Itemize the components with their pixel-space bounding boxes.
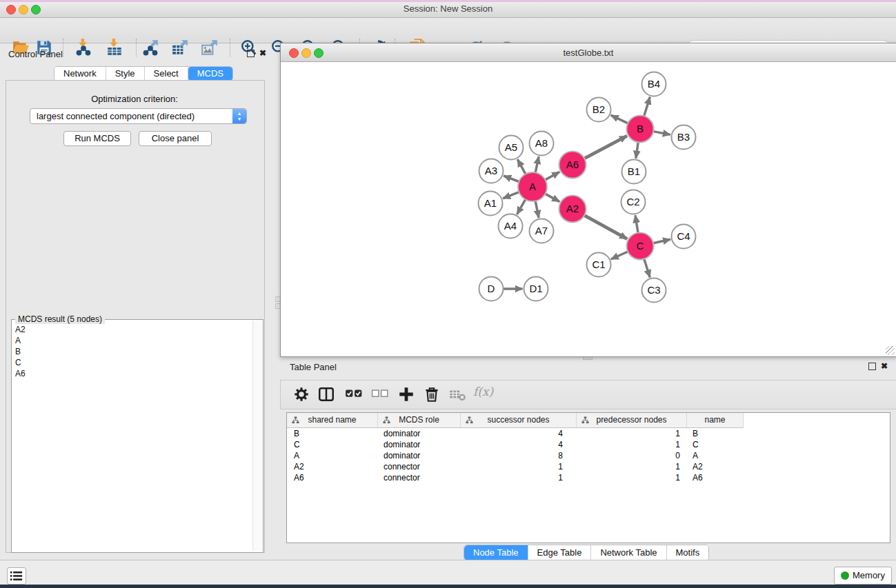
graph-edge-A-A4[interactable] xyxy=(517,199,526,214)
cell-predecessor-nodes[interactable]: 1 xyxy=(577,428,687,439)
control-panel-close-button[interactable]: ✖ xyxy=(259,49,266,57)
graph-node-B[interactable]: B xyxy=(627,116,654,143)
graph-edge-B-B2[interactable] xyxy=(611,115,628,123)
column-header-name[interactable]: name xyxy=(687,413,744,427)
column-header-successor-nodes[interactable]: successor nodes xyxy=(461,413,577,427)
mcds-result-item[interactable]: C xyxy=(15,357,26,368)
graph-edge-A-A5[interactable] xyxy=(517,159,526,174)
cell-shared-name[interactable]: A6 xyxy=(287,472,378,483)
network-canvas[interactable]: B4B2BB3A5A8A6B1A3AC2A1A2A4A7C4CC1C3DD1 xyxy=(281,62,895,356)
cell-shared-name[interactable]: A xyxy=(287,450,378,461)
network-window-titlebar[interactable]: testGlobe.txt xyxy=(281,43,896,62)
cell-predecessor-nodes[interactable]: 1 xyxy=(577,472,687,483)
cell-name[interactable]: B xyxy=(687,428,744,439)
graph-node-A4[interactable]: A4 xyxy=(499,214,523,239)
export-network-icon[interactable] xyxy=(141,39,159,57)
tab-network[interactable]: Network xyxy=(54,67,106,81)
tab-select[interactable]: Select xyxy=(145,67,188,81)
graph-edge-A-A3[interactable] xyxy=(504,176,519,182)
table-row-A2[interactable]: A2connector11A2 xyxy=(287,461,744,472)
tab-motifs[interactable]: Motifs xyxy=(667,545,709,560)
import-network-icon[interactable] xyxy=(74,39,92,57)
graph-node-C[interactable]: C xyxy=(627,233,654,260)
cell-predecessor-nodes[interactable]: 0 xyxy=(577,450,687,461)
cell-MCDS-role[interactable]: dominator xyxy=(378,439,461,450)
tab-network-table[interactable]: Network Table xyxy=(591,545,666,560)
cell-successor-nodes[interactable]: 4 xyxy=(461,439,577,450)
settings-gear-icon[interactable] xyxy=(292,385,310,403)
cell-MCDS-role[interactable]: dominator xyxy=(378,450,461,461)
column-header-predecessor-nodes[interactable]: predecessor nodes xyxy=(577,413,687,427)
graph-edge-A6-B[interactable] xyxy=(584,136,627,159)
graph-edge-A-A1[interactable] xyxy=(503,192,519,199)
tab-style[interactable]: Style xyxy=(106,67,145,81)
cell-predecessor-nodes[interactable]: 1 xyxy=(577,439,687,450)
graph-edge-A-A6[interactable] xyxy=(545,172,559,180)
result-scrollbar[interactable] xyxy=(252,321,262,551)
graph-edge-C-C2[interactable] xyxy=(635,215,638,232)
graph-node-A6[interactable]: A6 xyxy=(559,152,586,179)
control-panel-float-button[interactable] xyxy=(247,50,255,59)
graph-node-C4[interactable]: C4 xyxy=(672,225,696,249)
table-row-B[interactable]: Bdominator41B xyxy=(287,428,744,439)
graph-edge-A2-C[interactable] xyxy=(584,215,627,239)
cell-shared-name[interactable]: B xyxy=(287,428,378,439)
cell-MCDS-role[interactable]: dominator xyxy=(378,428,461,439)
column-header-MCDS-role[interactable]: MCDS role xyxy=(378,413,461,427)
table-row-A[interactable]: Adominator80A xyxy=(287,450,744,461)
tab-edge-table[interactable]: Edge Table xyxy=(528,545,592,560)
graph-node-C2[interactable]: C2 xyxy=(621,190,646,214)
table-panel-close-button[interactable]: ✖ xyxy=(881,362,888,370)
graph-node-A2[interactable]: A2 xyxy=(559,196,586,223)
graph-node-D1[interactable]: D1 xyxy=(524,277,548,301)
graph-node-A8[interactable]: A8 xyxy=(530,132,554,156)
delete-icon[interactable] xyxy=(423,385,441,403)
graph-node-B4[interactable]: B4 xyxy=(642,72,666,97)
mcds-result-item[interactable]: B xyxy=(15,346,26,357)
graph-edge-C-C3[interactable] xyxy=(644,259,650,278)
function-builder-button[interactable]: f(x) xyxy=(473,385,493,398)
mcds-result-item[interactable]: A2 xyxy=(15,324,26,335)
cell-successor-nodes[interactable]: 1 xyxy=(461,461,577,472)
table-row-A6[interactable]: A6connector11A6 xyxy=(287,472,744,483)
cell-successor-nodes[interactable]: 8 xyxy=(461,450,577,461)
graph-node-A1[interactable]: A1 xyxy=(479,192,503,216)
graph-node-A5[interactable]: A5 xyxy=(499,136,524,160)
export-image-icon[interactable] xyxy=(201,39,219,57)
graph-node-C1[interactable]: C1 xyxy=(587,253,611,277)
cell-name[interactable]: A2 xyxy=(687,461,744,472)
show-panels-list-button[interactable] xyxy=(7,567,26,585)
cell-MCDS-role[interactable]: connector xyxy=(378,472,461,483)
column-header-shared-name[interactable]: shared name xyxy=(287,413,378,427)
table-panel-float-button[interactable] xyxy=(868,363,876,372)
graph-node-D[interactable]: D xyxy=(479,277,504,301)
graph-edge-B-B1[interactable] xyxy=(636,142,638,158)
graph-edge-C-C1[interactable] xyxy=(611,252,628,259)
graph-node-B2[interactable]: B2 xyxy=(587,98,611,122)
window-resize-grip[interactable] xyxy=(886,346,895,355)
graph-node-B1[interactable]: B1 xyxy=(622,160,646,184)
graph-node-A7[interactable]: A7 xyxy=(530,219,554,243)
cell-MCDS-role[interactable]: connector xyxy=(378,461,461,472)
cell-name[interactable]: A xyxy=(687,450,744,461)
optimization-criterion-select[interactable]: largest connected component (directed) ▲… xyxy=(30,108,247,124)
import-table-icon[interactable] xyxy=(106,39,123,57)
add-column-icon[interactable] xyxy=(397,385,415,403)
show-columns-icon[interactable] xyxy=(317,385,335,403)
cell-successor-nodes[interactable]: 1 xyxy=(461,472,577,483)
cell-successor-nodes[interactable]: 4 xyxy=(461,428,577,439)
graph-edge-C-C4[interactable] xyxy=(653,239,670,243)
mcds-result-item[interactable]: A6 xyxy=(15,368,26,379)
graph-node-B3[interactable]: B3 xyxy=(672,125,696,150)
select-all-icon[interactable] xyxy=(345,385,363,403)
close-panel-button[interactable]: Close panel xyxy=(139,131,212,146)
run-mcds-button[interactable]: Run MCDS xyxy=(63,131,131,146)
memory-button[interactable]: Memory xyxy=(834,567,892,585)
graph-edge-B-B3[interactable] xyxy=(653,132,670,135)
export-table-icon[interactable] xyxy=(171,39,189,57)
graph-edge-A-A8[interactable] xyxy=(535,156,539,172)
graph-edge-B-B4[interactable] xyxy=(644,97,650,116)
graph-node-A[interactable]: A xyxy=(518,172,547,201)
table-row-C[interactable]: Cdominator41C xyxy=(287,439,744,450)
graph-node-A3[interactable]: A3 xyxy=(479,159,504,183)
